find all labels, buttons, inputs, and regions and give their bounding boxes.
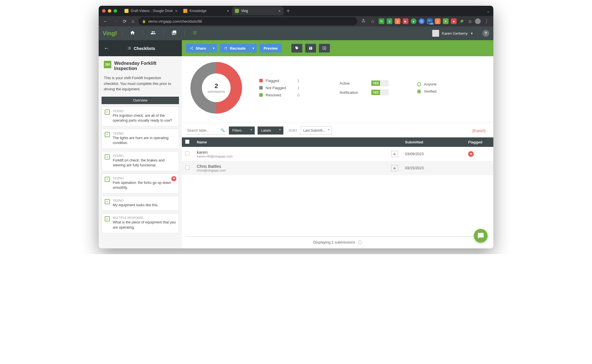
checklist-description: This is your shift Forklift Inspection c…	[99, 74, 182, 97]
export-link[interactable]: [Export]	[472, 129, 489, 133]
profile-avatar[interactable]	[475, 18, 481, 24]
radio-verified[interactable]: Verified	[417, 89, 437, 94]
search-input[interactable]	[186, 126, 226, 135]
sort-label: SORT	[289, 129, 297, 132]
legend-row: Not Flagged1	[259, 86, 299, 90]
labels-dropdown[interactable]: Labels	[258, 126, 283, 135]
row-checkbox[interactable]	[185, 151, 189, 155]
help-button[interactable]: ?	[482, 30, 489, 37]
chart-icon[interactable]	[391, 165, 398, 171]
add-button[interactable]	[319, 44, 330, 52]
back-button[interactable]: ←	[102, 17, 109, 25]
close-icon[interactable]: ×	[227, 9, 229, 13]
extension-icon[interactable]: ❯	[435, 18, 441, 24]
recreate-dropdown[interactable]: ▼	[250, 44, 257, 52]
chat-fab[interactable]	[474, 229, 488, 243]
question-card[interactable]: YES/NO My equipment looks like this.	[102, 196, 179, 211]
notification-label: Notification	[340, 90, 363, 95]
people-icon[interactable]	[148, 29, 158, 38]
reload-button[interactable]: ⟳	[122, 17, 128, 25]
close-icon[interactable]: ×	[279, 9, 281, 13]
table-row[interactable]: Chris Battleschris@vingapp.com 03/15/202…	[182, 161, 493, 175]
question-card[interactable]: YES/NO Fork operation: the forks go up d…	[102, 174, 179, 194]
logo[interactable]: Ving!	[103, 30, 117, 37]
extensions-icon[interactable]: 🧩	[459, 18, 465, 24]
col-flagged: Flagged	[465, 137, 493, 147]
sidebar-title: Checklists	[127, 46, 155, 51]
url-text: demo.vingapp.com/checklists/96	[148, 19, 202, 24]
panel-icon[interactable]: ◫	[467, 18, 473, 24]
flag-icon: ⚑	[171, 176, 176, 181]
active-toggle[interactable]: YES	[371, 80, 388, 86]
avatar	[432, 30, 439, 37]
question-card[interactable]: YES/NO Pre ingnition check: are all of t…	[102, 106, 179, 126]
submissions-donut-chart: 2 submissions	[190, 62, 242, 114]
col-submitted: Submitted	[402, 137, 465, 147]
extension-icon[interactable]: ▶	[403, 18, 408, 24]
user-menu[interactable]: Karen Gerberry ▼	[432, 30, 474, 37]
col-name: Name	[193, 137, 384, 147]
extension-icon[interactable]: 📷	[427, 18, 433, 24]
flag-icon	[468, 151, 474, 157]
question-type-icon	[105, 154, 110, 159]
checklist-icon[interactable]	[190, 29, 200, 38]
question-card[interactable]: MULTIPLE RESPONSE What is the piece of e…	[102, 213, 179, 233]
question-type-icon	[105, 216, 110, 221]
extension-icon[interactable]: ■	[451, 18, 457, 24]
select-all-checkbox[interactable]	[185, 140, 189, 144]
gallery-icon[interactable]	[169, 29, 179, 38]
extension-icon[interactable]: ●	[411, 18, 416, 24]
search-icon: 🔍	[221, 128, 225, 132]
filters-dropdown[interactable]: Filters	[229, 126, 255, 135]
lock-icon: 🔒	[142, 20, 146, 23]
legend-row: Resolved0	[259, 93, 299, 97]
checklist-badge: SH	[104, 61, 111, 68]
notification-toggle[interactable]: YES	[371, 89, 388, 95]
home-button[interactable]: ⌂	[131, 17, 136, 25]
table-row[interactable]: karenkaren+45@vingapp.com 03/09/2023	[182, 147, 493, 161]
browser-tab[interactable]: Draft Videos - Google Drive ×	[122, 7, 180, 15]
share-dropdown[interactable]: ▼	[210, 44, 217, 52]
extension-icon[interactable]: a	[387, 18, 392, 24]
window-controls[interactable]	[102, 9, 117, 13]
active-label: Active	[340, 81, 363, 85]
browser-tab-active[interactable]: Ving ×	[232, 7, 284, 15]
question-card[interactable]: YES/NO The lights are horn are in operat…	[102, 129, 179, 149]
question-type-icon	[105, 132, 110, 137]
recreate-button[interactable]: Recreate ▼	[220, 44, 257, 52]
chart-icon[interactable]	[391, 151, 398, 157]
share-button[interactable]: Share ▼	[186, 44, 217, 52]
star-icon[interactable]: ☆	[369, 17, 376, 25]
close-icon[interactable]: ×	[175, 9, 178, 13]
share-icon[interactable]	[360, 17, 367, 25]
sort-dropdown[interactable]: Last Submitt...	[300, 126, 332, 135]
extension-icon[interactable]: G	[419, 18, 424, 24]
question-type-icon	[105, 177, 110, 182]
chevron-down-icon: ▼	[470, 32, 473, 35]
overview-header: Overview	[102, 97, 179, 104]
tag-button[interactable]	[291, 44, 302, 52]
save-button[interactable]	[305, 44, 316, 52]
info-icon[interactable]: i	[358, 240, 362, 244]
forward-button[interactable]: →	[112, 17, 119, 25]
back-arrow[interactable]: ←	[104, 45, 109, 51]
chevron-down-icon[interactable]: ⌄	[486, 9, 490, 13]
row-checkbox[interactable]	[185, 166, 189, 170]
checklist-title: Wednesday Forklift Inspection	[114, 61, 177, 71]
extension-icon[interactable]: ✦	[443, 18, 449, 24]
new-tab-button[interactable]: +	[284, 8, 293, 14]
legend-row: Flagged1	[259, 79, 299, 83]
address-bar[interactable]: 🔒 demo.vingapp.com/checklists/96	[139, 17, 357, 25]
extension-icon[interactable]: N	[379, 18, 384, 24]
radio-anyone[interactable]: Anyone	[417, 82, 437, 86]
question-card[interactable]: YES/NO Forklift on check: the brakes and…	[102, 151, 179, 171]
home-icon[interactable]	[128, 29, 137, 38]
menu-icon[interactable]: ⋮	[483, 17, 490, 25]
extension-icon[interactable]: ❯	[395, 18, 400, 24]
table-footer-text: Displaying 2 submissions	[313, 240, 355, 244]
browser-tab[interactable]: Knowledge ×	[180, 7, 232, 15]
preview-button[interactable]: Preview	[260, 44, 282, 52]
question-type-icon	[105, 199, 110, 204]
question-type-icon	[105, 110, 110, 115]
